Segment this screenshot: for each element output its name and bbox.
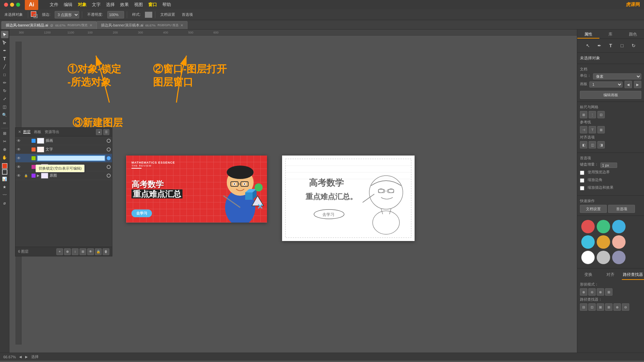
nudge-input[interactable]	[600, 163, 617, 168]
rp-icon-text[interactable]: T	[606, 41, 615, 50]
select-tool[interactable]	[1, 31, 8, 38]
rp-icon-shape[interactable]: □	[618, 41, 627, 50]
swatch-gray[interactable]	[597, 251, 610, 264]
layers-tab[interactable]: 图层	[23, 129, 31, 134]
layer-target-editing[interactable]	[107, 156, 111, 160]
align-row[interactable]: ◧ ◫ ◨	[580, 141, 641, 148]
swatch-white[interactable]	[581, 251, 595, 264]
layer-eye-colors[interactable]: 👁	[17, 165, 23, 169]
crop-btn[interactable]: ⊞	[605, 303, 612, 311]
color-tab[interactable]: 颜色	[622, 29, 644, 39]
snap-btn[interactable]: ⊡	[597, 111, 605, 118]
foreground-color[interactable]	[2, 163, 7, 169]
menu-file[interactable]: 文件	[50, 2, 58, 8]
guides-row[interactable]: ⊣ ⊤ ⊞	[580, 126, 641, 133]
zoom-increase[interactable]: ▶	[25, 355, 28, 359]
menu-view[interactable]: 视图	[134, 2, 143, 8]
hand-tool[interactable]: ✋	[1, 154, 8, 161]
round-corners-check[interactable]	[580, 178, 584, 183]
layer-eye-editing[interactable]: 👁	[17, 156, 23, 161]
minus-back-btn[interactable]: ⊖	[622, 303, 629, 311]
guide-both-btn[interactable]: ⊞	[597, 126, 605, 133]
layer-eye-illustration[interactable]: 👁	[17, 138, 23, 143]
layer-row-original[interactable]: 👁 🔒 ▶ 原图	[15, 171, 112, 180]
merge-btn[interactable]: ⊠	[597, 303, 604, 311]
divide-btn[interactable]: ⊟	[580, 303, 587, 311]
swatch-green[interactable]	[597, 220, 610, 233]
properties-tab[interactable]: 属性	[577, 29, 599, 39]
fill-color-box[interactable]	[31, 11, 38, 18]
zoom-decrease[interactable]: ◀	[19, 355, 22, 359]
swatch-orange[interactable]	[597, 235, 610, 249]
bottom-panel-tabs[interactable]: 变换 对齐 路径查找器	[577, 270, 644, 280]
transform-tab[interactable]: 变换	[577, 270, 599, 280]
layer-target-illustration[interactable]	[107, 139, 111, 143]
asset-export-tab[interactable]: 资源导出	[45, 129, 59, 134]
unit-select[interactable]: 像素	[593, 73, 641, 79]
artboards-tab[interactable]: 画板	[34, 129, 41, 134]
rp-icon-select[interactable]: ↖	[583, 41, 593, 50]
artboard-tool[interactable]: ⊞	[1, 130, 8, 137]
layer-row-editing[interactable]: 👁	[15, 154, 112, 163]
artboard-select[interactable]: 1	[589, 81, 623, 87]
opacity-input[interactable]	[107, 11, 124, 18]
ruler-btn[interactable]: ⊞	[580, 111, 587, 118]
menu-edit[interactable]: 编辑	[64, 2, 72, 8]
rect-tool[interactable]: □	[1, 71, 8, 78]
preferences-button[interactable]: 首选项	[179, 11, 195, 19]
menu-effect[interactable]: 效果	[120, 2, 129, 8]
delete-layer-button[interactable]: 🗑	[103, 248, 109, 255]
libraries-tab[interactable]: 库	[599, 29, 622, 39]
artboard-prev[interactable]: ◀	[625, 81, 632, 88]
close-button[interactable]	[4, 3, 8, 7]
exclude-btn[interactable]: ⊞	[605, 288, 612, 296]
align-center-btn[interactable]: ◫	[589, 141, 596, 148]
tab-1-close[interactable]: ✕	[90, 23, 92, 27]
trim-btn[interactable]: ⊡	[588, 303, 596, 311]
layer-lock-original[interactable]: 🔒	[24, 174, 30, 177]
layers-collapse-btn[interactable]: ◂	[96, 129, 102, 135]
layer-row-text[interactable]: 👁 文字	[15, 145, 112, 154]
layer-target-original[interactable]	[107, 174, 111, 178]
window-controls[interactable]	[4, 3, 20, 7]
gradient-tool[interactable]: ◫	[1, 103, 8, 111]
rp-icon-pen[interactable]: ✒	[595, 41, 604, 50]
preview-bounds-check[interactable]	[580, 171, 584, 175]
new-sub-layer-button[interactable]: ⊕	[64, 248, 71, 255]
maximize-button[interactable]	[16, 3, 20, 7]
swatch-blue-gray[interactable]	[612, 251, 626, 264]
swatch-salmon[interactable]	[612, 235, 626, 249]
align-left-btn[interactable]: ◧	[580, 141, 587, 148]
layer-target-colors[interactable]	[107, 165, 111, 169]
swatch-cyan[interactable]	[612, 220, 626, 233]
edit-artboard-button[interactable]: 编辑画板	[580, 91, 641, 99]
template-button[interactable]: ⊞	[79, 248, 86, 255]
blend-tool[interactable]: ∞	[1, 119, 8, 127]
zoom-tool[interactable]: ⊕	[1, 146, 8, 153]
scale-strokes-check[interactable]	[580, 186, 584, 190]
menu-window[interactable]: 窗口	[148, 2, 157, 8]
unite-btn[interactable]: ⊕	[580, 288, 587, 296]
tab-2-close[interactable]: ✕	[180, 23, 183, 27]
guide-h-btn[interactable]: ⊣	[580, 126, 587, 133]
ruler-grid-row[interactable]: ⊞ ⋮ ⊡	[580, 111, 641, 118]
menu-bar[interactable]: 文件 编辑 对象 文字 选择 效果 视图 窗口 帮助	[50, 2, 171, 8]
layer-row-illustration[interactable]: 👁 插画	[15, 136, 112, 145]
line-tool[interactable]: ╱	[1, 63, 8, 70]
pathfinder-tab[interactable]: 路径查找器	[622, 270, 644, 280]
tab-1[interactable]: 插边风-banner演示精品.ai @ 66.67% RGB/GPU预览 ✕	[1, 21, 97, 29]
menu-help[interactable]: 帮助	[162, 2, 171, 8]
stroke-color[interactable]	[2, 169, 7, 175]
pen-tool[interactable]: ✒	[1, 47, 8, 54]
layer-name-editing-input[interactable]	[37, 155, 105, 161]
show-hide-button[interactable]: 👁	[87, 248, 94, 255]
align-right-btn[interactable]: ◨	[597, 141, 605, 148]
warp-tool[interactable]: 〰	[1, 191, 8, 199]
guide-v-btn[interactable]: ⊤	[589, 126, 596, 133]
rp-icon-rotate[interactable]: ↻	[629, 41, 638, 50]
quick-doc-settings-button[interactable]: 文档设置	[580, 205, 607, 213]
slice-tool[interactable]: ✂	[1, 138, 8, 145]
layer-eye-text[interactable]: 👁	[17, 147, 23, 152]
eyedropper-tool[interactable]: 🔍	[1, 111, 8, 119]
minus-btn[interactable]: ⊖	[588, 288, 596, 296]
